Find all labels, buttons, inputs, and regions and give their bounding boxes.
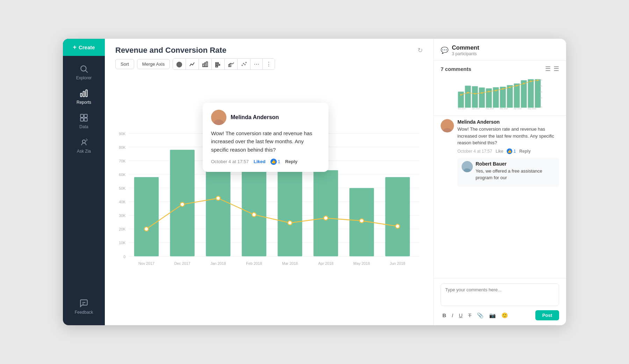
- chart-bar2-icon[interactable]: [212, 59, 225, 70]
- sidebar-item-explorer[interactable]: Explorer: [63, 59, 105, 84]
- refresh-icon[interactable]: ↻: [418, 46, 423, 54]
- svg-rect-15: [216, 63, 218, 64]
- comment-actions: ☰ ☰: [545, 65, 559, 73]
- attach-button[interactable]: 📎: [475, 311, 485, 320]
- comment-meta: October 4 at 17:57 Like 👍 1 Reply: [457, 148, 559, 154]
- svg-point-20: [241, 65, 243, 66]
- svg-rect-2: [80, 93, 82, 97]
- svg-text:60K: 60K: [119, 173, 126, 177]
- svg-point-88: [495, 90, 497, 92]
- sort-button[interactable]: Sort: [115, 59, 134, 69]
- svg-text:3%: 3%: [540, 97, 542, 99]
- mini-chart: Nov 2017 Jan 2018 Feb 2018 Mar 2018 Apr …: [434, 75, 566, 115]
- reply-item: Robert Bauer Yes, we offered a free assi…: [457, 158, 559, 187]
- svg-point-52: [144, 227, 149, 231]
- svg-text:70K: 70K: [119, 159, 126, 163]
- create-button[interactable]: + Create: [63, 39, 105, 56]
- chart-scatter-icon[interactable]: [238, 59, 251, 70]
- svg-text:May 2018: May 2018: [528, 108, 536, 110]
- bold-button[interactable]: B: [441, 311, 448, 319]
- svg-text:Jan 2018: Jan 2018: [472, 108, 480, 110]
- merge-axis-button[interactable]: Merge Axis: [137, 59, 170, 69]
- tooltip-footer: October 4 at 17:57 Liked 👍 1 Reply: [211, 159, 320, 165]
- image-button[interactable]: 📷: [487, 311, 498, 320]
- chart-combo-icon[interactable]: [225, 59, 238, 70]
- svg-text:10K: 10K: [119, 241, 126, 245]
- chart-bar-icon[interactable]: [199, 59, 212, 70]
- svg-rect-74: [479, 88, 485, 108]
- svg-text:Apr 2018: Apr 2018: [318, 261, 333, 265]
- svg-rect-81: [528, 79, 534, 108]
- strikethrough-button[interactable]: T: [467, 311, 473, 319]
- comment-panel: 💬 Comment 3 participants 7 comments ☰ ☰: [433, 39, 566, 325]
- svg-rect-49: [313, 170, 338, 256]
- comment-author-name: Melinda Anderson: [457, 119, 559, 125]
- reply-author-name: Robert Bauer: [476, 161, 555, 167]
- comment-count: 7 comments: [441, 66, 471, 72]
- svg-rect-44: [134, 177, 159, 256]
- svg-text:Jun 2018: Jun 2018: [390, 261, 405, 265]
- svg-text:80K: 80K: [119, 145, 126, 150]
- svg-point-90: [509, 87, 511, 88]
- svg-rect-18: [229, 65, 230, 67]
- svg-text:6%: 6%: [540, 91, 542, 93]
- chart-dots-icon[interactable]: ⋮: [263, 59, 275, 70]
- robert-avatar: [462, 161, 473, 172]
- svg-rect-7: [80, 118, 84, 121]
- sidebar-bottom: Feedback: [75, 294, 93, 325]
- main-content: Revenue and Conversion Rate ↻ Sort Merge…: [105, 39, 433, 325]
- chart-legend: Total Amount Total Conversion Rate: [115, 323, 423, 325]
- reports-icon: [79, 89, 88, 98]
- comment-title-group: Comment 3 participants: [452, 44, 479, 56]
- tooltip-reply-button[interactable]: Reply: [285, 159, 297, 164]
- sidebar-nav: Explorer Reports Data: [63, 56, 105, 294]
- thumbs-up-small-icon: 👍: [507, 148, 512, 154]
- tooltip-liked-label[interactable]: Liked: [254, 159, 266, 164]
- svg-text:9%: 9%: [540, 85, 542, 87]
- svg-rect-82: [535, 79, 541, 108]
- svg-rect-12: [203, 64, 204, 67]
- sidebar-item-reports[interactable]: Reports: [63, 84, 105, 108]
- data-icon: [79, 113, 88, 122]
- svg-text:50K: 50K: [119, 186, 126, 190]
- svg-text:Feb 2018: Feb 2018: [246, 261, 262, 265]
- svg-text:May 2018: May 2018: [353, 261, 370, 265]
- svg-text:Nov 2017: Nov 2017: [138, 261, 154, 265]
- svg-text:Mar 2018: Mar 2018: [282, 261, 298, 265]
- comment-format-toolbar: B I U T 📎 📷 🙂 Post: [441, 310, 559, 320]
- chart-line-icon[interactable]: [186, 59, 199, 70]
- svg-rect-13: [204, 63, 206, 67]
- sidebar-item-ask-zia[interactable]: Ask Zia: [63, 133, 105, 157]
- data-label: Data: [79, 124, 88, 129]
- svg-point-53: [180, 202, 185, 206]
- reply-author-avatar: [462, 161, 473, 172]
- emoji-button[interactable]: 🙂: [500, 311, 510, 320]
- chart-more-icon[interactable]: ⋯: [251, 59, 263, 70]
- post-button[interactable]: Post: [535, 310, 559, 320]
- svg-point-58: [360, 219, 364, 223]
- menu-icon[interactable]: ☰: [545, 65, 551, 73]
- svg-point-70: [216, 112, 222, 118]
- sidebar-item-data[interactable]: Data: [63, 108, 105, 133]
- svg-point-108: [465, 163, 469, 167]
- comment-input[interactable]: [441, 283, 559, 306]
- svg-point-83: [460, 94, 462, 96]
- chart-circle-icon[interactable]: ⬤: [173, 59, 186, 70]
- svg-point-89: [502, 88, 504, 90]
- comment-like-button[interactable]: Like: [496, 149, 503, 154]
- comment-reply-button[interactable]: Reply: [519, 149, 531, 154]
- italic-button[interactable]: I: [450, 311, 455, 319]
- comment-input-area: B I U T 📎 📷 🙂 Post: [434, 278, 566, 325]
- melinda-comment-avatar: [441, 119, 454, 132]
- svg-point-106: [445, 122, 450, 126]
- explorer-label: Explorer: [76, 75, 92, 80]
- underline-button[interactable]: U: [457, 311, 464, 319]
- svg-text:20K: 20K: [119, 227, 126, 231]
- svg-point-0: [81, 66, 86, 71]
- svg-text:30K: 30K: [119, 213, 126, 218]
- svg-point-55: [252, 213, 256, 217]
- comment-stats: 7 comments ☰ ☰: [434, 61, 566, 75]
- sidebar-item-feedback[interactable]: Feedback: [75, 294, 93, 318]
- svg-text:0%: 0%: [540, 106, 542, 108]
- list-icon[interactable]: ☰: [554, 65, 559, 73]
